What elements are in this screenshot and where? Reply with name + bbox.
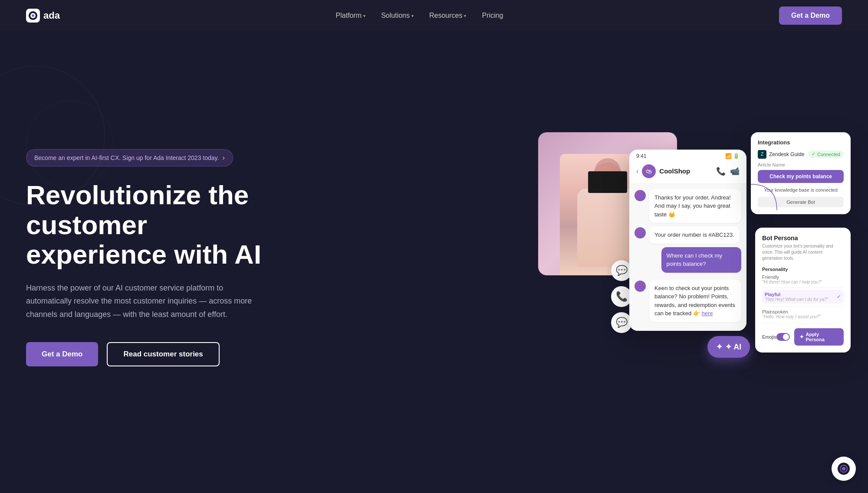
nav-item-platform[interactable]: Platform ▾ xyxy=(336,12,366,20)
sms-icon: 💬 xyxy=(616,317,628,328)
personality-option-playful[interactable]: Playful "Hey Hey! What can I do for ya?"… xyxy=(762,290,844,304)
integration-row: Z Zendesk Guide ✓ Connected xyxy=(758,150,844,159)
signal-icons: 📶 🔋 xyxy=(725,153,740,159)
logo-text: ada xyxy=(43,10,60,21)
zendesk-icon: Z xyxy=(758,150,766,159)
sparkle-icon: ✦ xyxy=(799,334,804,340)
connected-badge: ✓ Connected xyxy=(808,150,844,158)
nav-item-solutions[interactable]: Solutions ▾ xyxy=(381,12,414,20)
chat-message-4: Keen to check out your points balance? N… xyxy=(635,280,741,322)
hero-title: Revolutionize the customer experience wi… xyxy=(26,180,295,269)
nav-item-resources[interactable]: Resources ▾ xyxy=(429,12,466,20)
ai-label: ✦ AI xyxy=(725,342,741,352)
channel-icon-phone[interactable]: 📞 xyxy=(611,286,632,307)
chat-status-bar: 9:41 📶 🔋 xyxy=(629,150,746,161)
chat-avatar: 🛍 xyxy=(642,164,656,178)
badge-arrow-icon: › xyxy=(222,154,224,162)
sparkle-ai-icon: ✦ xyxy=(716,342,723,352)
chevron-down-icon: ▾ xyxy=(411,13,414,18)
bot-avatar-2 xyxy=(635,227,646,238)
integrations-card: Integrations Z Zendesk Guide ✓ Connected… xyxy=(751,132,851,214)
get-demo-button[interactable]: Get a Demo xyxy=(26,342,98,366)
video-call-icon[interactable]: 📹 xyxy=(730,167,740,176)
nav-links: Platform ▾ Solutions ▾ Resources ▾ Prici… xyxy=(336,12,503,20)
chat-ui-card: 9:41 📶 🔋 ‹ 🛍 CoolShop 📞 📹 xyxy=(629,150,746,331)
chat-time: 9:41 xyxy=(636,153,646,159)
personality-option-plainspoken[interactable]: Plainspoken "Hello. How may I assist you… xyxy=(762,309,844,319)
emojis-row: Emojis ✦ Apply Persona xyxy=(762,328,844,346)
chat-header-left: ‹ 🛍 CoolShop xyxy=(636,164,690,178)
chevron-down-icon: ▾ xyxy=(363,13,365,18)
nav-item-pricing[interactable]: Pricing xyxy=(482,12,503,20)
hero-content-left: Become an expert in AI-first CX. Sign up… xyxy=(26,149,295,366)
messenger-icon: 💬 xyxy=(616,265,628,276)
channel-icon-sms[interactable]: 💬 xyxy=(611,312,632,333)
persona-desc: Customize your bot's personality and voi… xyxy=(762,243,844,261)
chatbot-icon xyxy=(837,462,850,475)
chat-link[interactable]: here xyxy=(702,310,713,317)
logo-icon xyxy=(26,9,40,23)
personality-option-friendly[interactable]: Friendly "Hi there! How can I help you?" xyxy=(762,274,844,284)
bot-avatar-3 xyxy=(635,281,646,292)
persona-card: Bot Persona Customize your bot's persona… xyxy=(755,228,851,353)
chevron-down-icon: ▾ xyxy=(464,13,466,18)
article-name-input[interactable]: Check my points balance xyxy=(758,170,844,183)
zendesk-logo: Z Zendesk Guide xyxy=(758,150,804,159)
ai-float-badge[interactable]: ✦ ✦ AI xyxy=(707,336,750,358)
read-stories-button[interactable]: Read customer stories xyxy=(107,342,219,366)
hero-badge[interactable]: Become an expert in AI-first CX. Sign up… xyxy=(26,149,233,167)
logo[interactable]: ada xyxy=(26,9,60,23)
article-name-label: Article Name xyxy=(758,162,844,167)
bot-bubble-4: Keen to check out your points balance? N… xyxy=(649,280,741,322)
bot-bubble-2: Your order number is #ABC123. xyxy=(649,226,740,244)
chatbot-float-button[interactable] xyxy=(832,457,856,481)
personality-label: Personality xyxy=(762,267,844,272)
generate-bot-button[interactable]: Generate Bot xyxy=(758,197,844,207)
integrations-title: Integrations xyxy=(758,139,844,146)
chat-message-3: Where can I check my points balance? xyxy=(635,247,741,276)
chat-body: Thanks for your order, Andrea! And may I… xyxy=(629,184,746,331)
bot-bubble-1: Thanks for your order, Andrea! And may I… xyxy=(649,189,741,223)
phone-icon: 📞 xyxy=(616,291,628,302)
chat-message-2: Your order number is #ABC123. xyxy=(635,226,741,244)
hero-section: Become an expert in AI-first CX. Sign up… xyxy=(0,31,868,493)
svg-point-1 xyxy=(32,14,34,17)
hero-description: Harness the power of our AI customer ser… xyxy=(26,281,260,321)
chat-shop-name: CoolShop xyxy=(659,167,690,175)
nav-get-demo-button[interactable]: Get a Demo xyxy=(779,7,842,25)
apply-persona-button[interactable]: ✦ Apply Persona xyxy=(794,328,844,346)
emojis-toggle[interactable] xyxy=(776,333,790,341)
badge-text: Become an expert in AI-first CX. Sign up… xyxy=(34,154,219,161)
check-selected-icon: ✓ xyxy=(837,294,841,300)
navbar: ada Platform ▾ Solutions ▾ Resources ▾ P… xyxy=(0,0,868,31)
svg-point-5 xyxy=(842,467,845,470)
emojis-label: Emojis xyxy=(762,334,776,340)
back-icon[interactable]: ‹ xyxy=(636,167,638,175)
phone-call-icon[interactable]: 📞 xyxy=(716,167,726,176)
hero-illustration: 💬 📞 💬 9:41 📶 🔋 ‹ 🛍 CoolShop 📞 � xyxy=(538,132,842,384)
channel-icon-messenger[interactable]: 💬 xyxy=(611,260,632,281)
user-bubble: Where can I check my points balance? xyxy=(661,247,742,273)
chat-message-1: Thanks for your order, Andrea! And may I… xyxy=(635,189,741,223)
chat-header: ‹ 🛍 CoolShop 📞 📹 xyxy=(629,161,746,184)
check-icon: ✓ xyxy=(812,151,815,157)
bot-avatar xyxy=(635,190,646,201)
chat-header-icons: 📞 📹 xyxy=(716,167,740,176)
persona-title: Bot Persona xyxy=(762,235,844,242)
kb-connected-text: Your knowledge base is connected xyxy=(758,187,844,193)
hero-buttons: Get a Demo Read customer stories xyxy=(26,342,295,366)
